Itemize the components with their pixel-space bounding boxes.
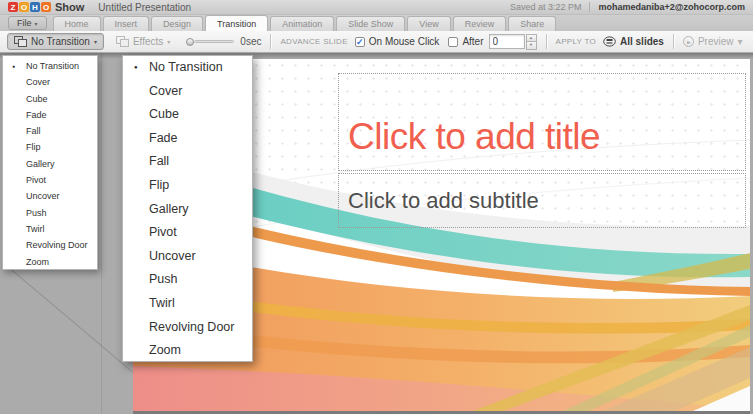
transition-option-twirl[interactable]: Twirl xyxy=(123,292,252,316)
after-spinner: ▲ ▼ xyxy=(526,34,537,50)
effects-button[interactable]: Effects ▾ xyxy=(110,34,176,49)
workspace: Click to add title Click to add subtitle xyxy=(0,53,753,414)
transition-option-pivot[interactable]: Pivot xyxy=(3,172,97,188)
tab-transition[interactable]: Transition xyxy=(205,15,268,31)
duration-slider[interactable] xyxy=(186,38,234,46)
caret-down-icon: ▾ xyxy=(94,38,97,45)
caret-down-icon: ▾ xyxy=(737,36,742,47)
selected-bullet-icon: ● xyxy=(12,58,15,74)
tab-animation[interactable]: Animation xyxy=(270,16,334,31)
spinner-up-icon[interactable]: ▲ xyxy=(526,34,537,42)
option-label: Fall xyxy=(149,154,169,168)
transition-option-zoom[interactable]: Zoom xyxy=(123,339,252,363)
transition-option-cube[interactable]: Cube xyxy=(123,103,252,127)
on-mouse-click-checkbox-group[interactable]: ✓ On Mouse Click xyxy=(355,36,440,47)
transition-option-no-transition[interactable]: ●No Transition xyxy=(123,56,252,80)
option-label: Flip xyxy=(26,142,41,152)
transition-option-revolving-door[interactable]: Revolving Door xyxy=(3,237,97,253)
transition-option-cube[interactable]: Cube xyxy=(3,91,97,107)
option-label: Push xyxy=(26,208,47,218)
transition-option-zoom[interactable]: Zoom xyxy=(3,254,97,270)
toolbar-separator xyxy=(673,34,674,49)
transition-option-cover[interactable]: Cover xyxy=(123,80,252,104)
title-placeholder-text: Click to add title xyxy=(348,116,600,158)
option-label: Zoom xyxy=(26,257,49,267)
tab-slide-show[interactable]: Slide Show xyxy=(336,16,405,31)
transition-option-flip[interactable]: Flip xyxy=(123,174,252,198)
panel-divider xyxy=(101,53,102,414)
transition-icon xyxy=(14,36,27,47)
transition-option-revolving-door[interactable]: Revolving Door xyxy=(123,316,252,340)
option-label: Zoom xyxy=(149,343,181,357)
preview-button[interactable]: ▶ Preview ▾ xyxy=(683,36,743,47)
transition-option-uncover[interactable]: Uncover xyxy=(3,188,97,204)
option-label: Uncover xyxy=(149,249,196,263)
preview-label: Preview xyxy=(698,36,734,47)
transition-option-fade[interactable]: Fade xyxy=(123,127,252,151)
option-label: Cube xyxy=(26,94,48,104)
all-slides-button[interactable]: All slides xyxy=(603,36,664,47)
option-label: Flip xyxy=(149,178,169,192)
zoho-logo: Z O H O xyxy=(8,2,51,12)
transition-option-fade[interactable]: Fade xyxy=(3,107,97,123)
ribbon-tabbar: File ▾ Home Insert Design Transition Ani… xyxy=(0,15,753,31)
tab-design[interactable]: Design xyxy=(151,16,203,31)
transition-option-push[interactable]: Push xyxy=(3,205,97,221)
all-slides-label: All slides xyxy=(620,36,664,47)
transition-option-push[interactable]: Push xyxy=(123,268,252,292)
tab-share[interactable]: Share xyxy=(508,16,556,31)
titlebar: Z O H O Show Untitled Presentation Saved… xyxy=(0,0,753,15)
user-email[interactable]: mohamedaniba+2@zohocorp.com xyxy=(598,2,745,12)
document-title[interactable]: Untitled Presentation xyxy=(98,2,191,13)
on-mouse-click-checkbox[interactable]: ✓ xyxy=(355,37,365,47)
option-label: Pivot xyxy=(149,225,177,239)
tab-review[interactable]: Review xyxy=(453,16,507,31)
on-mouse-click-label: On Mouse Click xyxy=(369,36,440,47)
after-checkbox[interactable] xyxy=(448,37,458,47)
option-label: Revolving Door xyxy=(149,320,234,334)
title-placeholder[interactable]: Click to add title xyxy=(338,73,746,171)
file-menu-button[interactable]: File ▾ xyxy=(8,16,47,30)
option-label: Twirl xyxy=(149,296,175,310)
tab-view[interactable]: View xyxy=(407,16,450,31)
app-name: Show xyxy=(55,1,84,13)
option-label: Cube xyxy=(149,107,179,121)
transition-option-pivot[interactable]: Pivot xyxy=(123,221,252,245)
transition-dropdown-large: ●No Transition Cover Cube Fade Fall Flip… xyxy=(122,55,253,362)
toolbar-separator xyxy=(546,34,547,49)
transition-type-button[interactable]: No Transition ▾ xyxy=(7,33,104,50)
transition-option-uncover[interactable]: Uncover xyxy=(123,245,252,269)
after-seconds-input[interactable] xyxy=(489,34,525,49)
option-label: Pivot xyxy=(26,175,46,185)
option-label: Cover xyxy=(26,77,50,87)
slider-knob[interactable] xyxy=(186,38,194,46)
effects-label: Effects xyxy=(133,36,163,47)
logo-tile-h: H xyxy=(30,2,40,12)
slider-track[interactable] xyxy=(194,40,234,43)
option-label: Uncover xyxy=(26,191,60,201)
tab-home[interactable]: Home xyxy=(53,16,101,31)
option-label: No Transition xyxy=(26,61,79,71)
spinner-down-icon[interactable]: ▼ xyxy=(526,42,537,50)
transition-option-gallery[interactable]: Gallery xyxy=(3,156,97,172)
tab-insert[interactable]: Insert xyxy=(103,16,150,31)
transition-toolbar: No Transition ▾ Effects ▾ 0sec ADVANCE S… xyxy=(0,31,753,53)
option-label: Twirl xyxy=(26,224,45,234)
subtitle-placeholder[interactable]: Click to add subtitle xyxy=(338,173,746,228)
apply-to-label: APPLY TO xyxy=(556,37,597,46)
transition-option-cover[interactable]: Cover xyxy=(3,74,97,90)
duration-value: 0sec xyxy=(240,36,261,47)
titlebar-separator xyxy=(589,2,590,12)
transition-option-gallery[interactable]: Gallery xyxy=(123,198,252,222)
caret-down-icon: ▾ xyxy=(167,38,170,45)
after-checkbox-group[interactable]: After xyxy=(448,36,483,47)
option-label: No Transition xyxy=(149,60,223,74)
option-label: Push xyxy=(149,272,178,286)
transition-option-flip[interactable]: Flip xyxy=(3,139,97,155)
transition-option-fall[interactable]: Fall xyxy=(3,123,97,139)
transition-option-twirl[interactable]: Twirl xyxy=(3,221,97,237)
transition-option-no-transition[interactable]: ●No Transition xyxy=(3,58,97,74)
option-label: Fall xyxy=(26,126,41,136)
transition-option-fall[interactable]: Fall xyxy=(123,150,252,174)
option-label: Fade xyxy=(26,110,47,120)
